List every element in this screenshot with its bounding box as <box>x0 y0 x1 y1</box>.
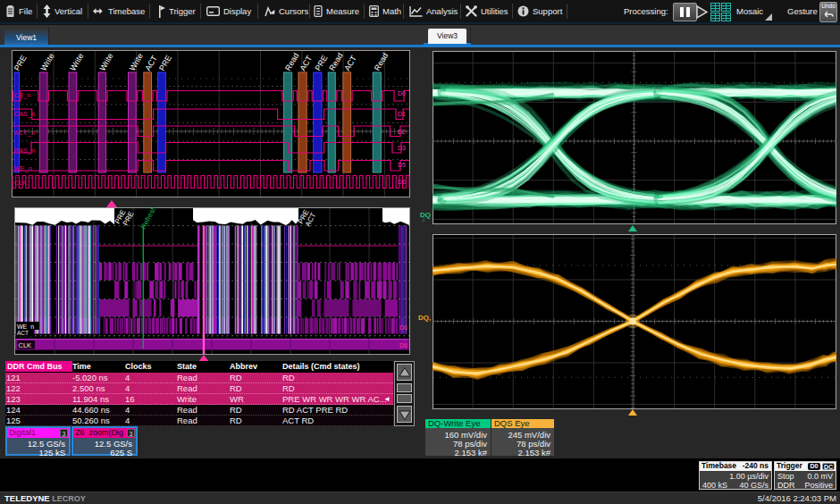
svg-text:D6: D6 <box>399 324 407 331</box>
svg-text:ACT_n: ACT_n <box>14 129 35 137</box>
svg-text:CS_n: CS_n <box>14 91 31 99</box>
svg-text:CLK: CLK <box>19 341 32 349</box>
svg-text:CLK: CLK <box>14 179 28 187</box>
svg-text:RAS_n: RAS_n <box>14 147 36 155</box>
svg-text:D6: D6 <box>398 179 406 185</box>
svg-text:D0: D0 <box>398 90 406 97</box>
svg-text:D6: D6 <box>399 342 407 349</box>
svg-text:ACT: ACT <box>17 330 29 336</box>
svg-text:D3: D3 <box>398 145 406 151</box>
svg-text:D2: D2 <box>398 129 406 135</box>
svg-text:CAS_n: CAS_n <box>14 110 36 118</box>
svg-text:D5: D5 <box>398 162 406 168</box>
svg-text:WE_n: WE_n <box>14 164 32 172</box>
svg-text:D1: D1 <box>398 111 406 117</box>
